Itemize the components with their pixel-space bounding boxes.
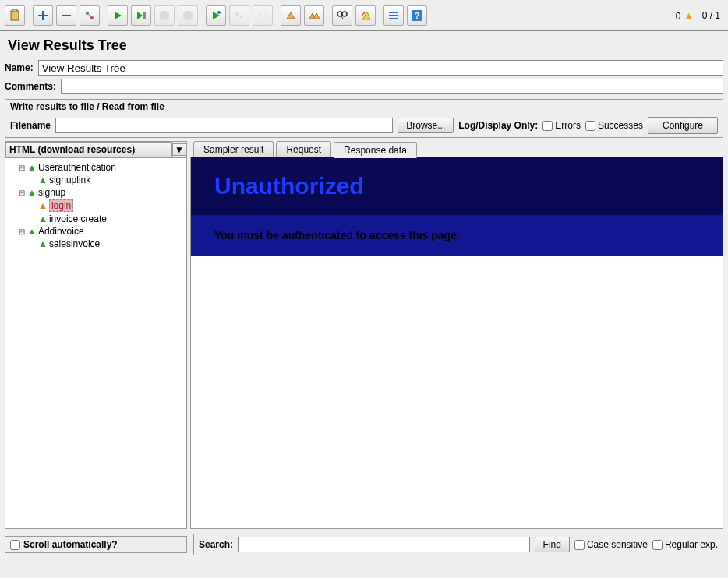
svg-rect-0	[11, 11, 19, 20]
toggle-icon[interactable]	[80, 5, 100, 26]
tab-request[interactable]: Request	[276, 141, 331, 157]
errors-checkbox[interactable]	[542, 121, 553, 131]
clear-all-icon[interactable]	[304, 5, 324, 26]
search-input[interactable]	[238, 537, 530, 552]
clipboard-icon[interactable]	[5, 5, 25, 26]
comments-input[interactable]	[61, 79, 723, 94]
svg-marker-9	[137, 12, 143, 19]
svg-text:?: ?	[415, 11, 420, 20]
filename-label: Filename	[10, 120, 51, 131]
svg-marker-12	[183, 11, 193, 20]
successes-checkbox[interactable]	[585, 121, 595, 131]
plus-icon[interactable]	[33, 5, 53, 26]
svg-rect-1	[12, 9, 17, 12]
svg-point-14	[217, 11, 221, 14]
errors-chk-label: Errors	[555, 120, 581, 131]
scroll-auto-checkbox[interactable]	[10, 540, 20, 550]
shutdown-icon[interactable]	[178, 5, 198, 26]
renderer-select[interactable]: HTML (download resources)	[5, 142, 172, 157]
case-sensitive-label: Case sensitive	[587, 539, 648, 550]
chevron-down-icon[interactable]: ▼	[172, 143, 186, 156]
tree-item: ⊟▲signup	[7, 186, 185, 199]
svg-point-17	[259, 12, 267, 19]
svg-point-15	[235, 12, 239, 16]
find-button[interactable]: Find	[535, 537, 570, 552]
tab-response-data[interactable]: Response data	[334, 142, 417, 158]
comments-label: Comments:	[5, 81, 56, 92]
play-noclear-icon[interactable]	[131, 5, 151, 26]
stop-icon[interactable]	[154, 5, 175, 26]
remote-stop-icon[interactable]	[229, 5, 249, 26]
successes-chk-label: Successes	[598, 120, 643, 131]
filename-input[interactable]	[55, 118, 393, 133]
scroll-auto-label: Scroll automatically?	[23, 539, 118, 550]
collapse-handle[interactable]: ⊟	[18, 164, 26, 172]
reset-search-icon[interactable]	[355, 5, 376, 26]
function-helper-icon[interactable]	[383, 5, 404, 26]
error-count: 0 ▲	[676, 9, 694, 22]
browse-button[interactable]: Browse...	[398, 118, 454, 133]
tree-item: ▲signuplink	[7, 174, 185, 186]
svg-marker-11	[160, 11, 169, 20]
success-icon: ▲	[27, 162, 37, 173]
svg-rect-24	[389, 18, 398, 19]
svg-rect-10	[143, 12, 146, 19]
results-tree[interactable]: ⊟▲Userauthentication ▲signuplink ⊟▲signu…	[5, 158, 186, 528]
search-icon[interactable]	[332, 5, 352, 26]
remote-start-icon[interactable]	[206, 5, 226, 26]
collapse-handle[interactable]: ⊟	[18, 189, 26, 197]
remote-shutdown-icon[interactable]	[253, 5, 273, 26]
page-title: View Results Tree	[0, 31, 728, 58]
svg-marker-8	[115, 12, 122, 19]
regex-label: Regular exp.	[665, 539, 718, 550]
tree-item: ▲salesinvoice	[7, 238, 185, 250]
regex-checkbox[interactable]	[652, 540, 663, 550]
warning-icon: ▲	[38, 200, 48, 211]
tree-item: ⊟▲Userauthentication	[7, 161, 185, 174]
main-toolbar: ? 0 ▲ 0 / 1	[0, 0, 728, 31]
minus-icon[interactable]	[56, 5, 76, 26]
name-input[interactable]	[38, 60, 723, 76]
test-count: 0 / 1	[702, 10, 720, 21]
svg-point-19	[342, 12, 347, 16]
success-icon: ▲	[27, 187, 37, 198]
clear-icon[interactable]	[281, 5, 301, 26]
play-icon[interactable]	[108, 5, 128, 26]
svg-rect-22	[389, 12, 398, 13]
file-section-legend: Write results to file / Read from file	[5, 100, 723, 114]
success-icon: ▲	[27, 226, 37, 237]
success-icon: ▲	[38, 238, 48, 249]
svg-line-21	[362, 12, 365, 16]
response-viewport[interactable]: Unauthorized You must be authenticated t…	[190, 157, 723, 529]
svg-point-18	[337, 12, 342, 16]
response-message: You must be authenticated to access this…	[191, 215, 723, 256]
svg-line-20	[341, 16, 343, 19]
success-icon: ▲	[38, 213, 48, 224]
tree-item: ▲invoice create	[7, 213, 185, 225]
search-label: Search:	[199, 539, 233, 550]
collapse-handle[interactable]: ⊟	[18, 227, 26, 236]
response-heading: Unauthorized	[214, 173, 699, 199]
svg-rect-23	[389, 15, 398, 16]
warning-triangle-icon: ▲	[684, 9, 694, 22]
name-label: Name:	[5, 62, 34, 73]
configure-button[interactable]: Configure	[648, 117, 718, 134]
logdisplay-label: Log/Display Only:	[458, 120, 538, 131]
help-icon[interactable]: ?	[407, 5, 427, 26]
tab-sampler-result[interactable]: Sampler result	[193, 141, 274, 157]
success-icon: ▲	[38, 174, 48, 185]
tree-item: ⊟▲Addinvoice	[7, 225, 185, 238]
tree-item-selected: ▲login	[7, 199, 185, 213]
svg-line-7	[88, 14, 91, 17]
case-sensitive-checkbox[interactable]	[574, 540, 585, 550]
svg-point-16	[240, 16, 243, 19]
